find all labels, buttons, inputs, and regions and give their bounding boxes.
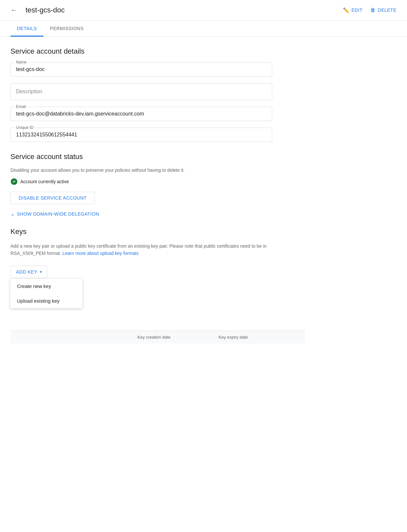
description-placeholder: Description (16, 89, 42, 94)
edit-button[interactable]: ✏️ EDIT (343, 7, 363, 13)
status-description: Disabling your account allows you to pre… (10, 168, 272, 173)
name-field: Name test-gcs-doc (10, 62, 272, 77)
delete-icon: 🗑 (370, 7, 376, 13)
email-value: test-gcs-doc@databricks-dev.iam.gservice… (16, 111, 144, 116)
service-account-fields: Name test-gcs-doc Description Email test… (10, 62, 272, 142)
tab-permissions[interactable]: PERMISSIONS (44, 21, 90, 37)
top-actions: ✏️ EDIT 🗑 DELETE (343, 7, 397, 13)
add-key-dropdown: Create new key Upload existing key (10, 279, 82, 308)
main-content: Service account details Name test-gcs-do… (0, 37, 407, 354)
keys-table-header: Key creation date Key expiry date (10, 330, 305, 344)
service-account-details-title: Service account details (10, 47, 397, 56)
top-bar: ← test-gcs-doc ✏️ EDIT 🗑 DELETE (0, 0, 407, 21)
description-field: Description (10, 83, 272, 100)
add-key-container: ADD KEY ▾ Create new key Upload existing… (10, 266, 47, 278)
page-title: test-gcs-doc (26, 6, 335, 14)
email-field: Email test-gcs-doc@databricks-dev.iam.gs… (10, 107, 272, 121)
status-section: Service account status Disabling your ac… (10, 152, 397, 217)
unique-id-label: Unique ID (15, 125, 35, 130)
tabs: DETAILS PERMISSIONS (0, 21, 407, 37)
service-account-status-title: Service account status (10, 152, 397, 161)
active-status-icon (10, 178, 18, 185)
chevron-down-icon: ⌄ (10, 211, 15, 217)
col-key-expiry-date: Key expiry date (219, 335, 300, 340)
create-new-key-item[interactable]: Create new key (10, 279, 82, 293)
unique-id-value: 113213241550612554441 (16, 132, 77, 137)
add-key-label: ADD KEY (16, 269, 37, 275)
delete-button[interactable]: 🗑 DELETE (370, 7, 397, 13)
edit-label: EDIT (351, 8, 363, 13)
name-label: Name (15, 60, 28, 64)
col-key-id (16, 335, 137, 340)
status-text: Account currently active (20, 179, 69, 184)
email-label: Email (15, 104, 27, 109)
back-button[interactable]: ← (10, 7, 18, 14)
dropdown-arrow-icon: ▾ (40, 270, 42, 274)
keys-description: Add a new key pair or upload a public ke… (10, 242, 272, 257)
name-value: test-gcs-doc (16, 66, 44, 72)
edit-icon: ✏️ (343, 7, 350, 13)
delete-label: DELETE (378, 8, 397, 13)
unique-id-field: Unique ID 113213241550612554441 (10, 128, 272, 142)
show-delegation-button[interactable]: ⌄ SHOW DOMAIN-WIDE DELEGATION (10, 211, 397, 217)
tab-details[interactable]: DETAILS (10, 21, 44, 37)
account-status: Account currently active (10, 178, 397, 185)
learn-more-link[interactable]: Learn more about upload key formats (62, 251, 139, 256)
keys-section: Keys Add a new key pair or upload a publ… (10, 227, 397, 344)
keys-title: Keys (10, 227, 397, 236)
disable-service-account-button[interactable]: DISABLE SERVICE ACCOUNT (10, 192, 95, 204)
add-key-button[interactable]: ADD KEY ▾ (10, 266, 47, 278)
col-key-creation-date: Key creation date (137, 335, 219, 340)
delegation-label: SHOW DOMAIN-WIDE DELEGATION (17, 211, 99, 217)
upload-existing-key-item[interactable]: Upload existing key (10, 293, 82, 308)
